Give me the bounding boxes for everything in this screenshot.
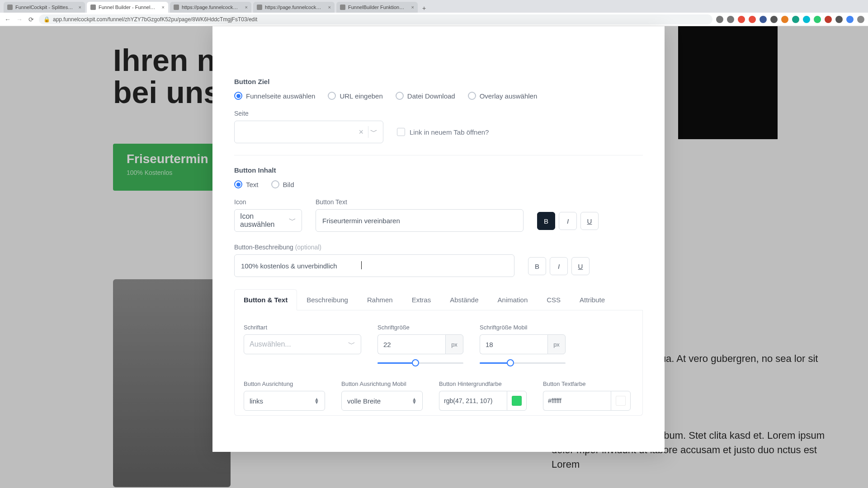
browser-address-bar: ← → ⟳ 🔒 app.funnelcockpit.com/funnel/zhY… (0, 13, 868, 26)
label-seite: Seite (234, 110, 383, 117)
extension-icon[interactable] (814, 16, 821, 23)
close-icon[interactable]: × (411, 5, 414, 10)
button-desc-input[interactable] (234, 254, 514, 277)
browser-tab[interactable]: https://page.funnelcockpit.co × (170, 2, 251, 13)
font-size-mobile-input[interactable] (480, 334, 547, 354)
bg-color-input[interactable] (439, 391, 507, 411)
extension-icon[interactable] (749, 16, 756, 23)
radio-bild[interactable]: Bild (271, 180, 294, 188)
browser-tabstrip: FunnelCockpit - Splittests, Ma × Funnel … (0, 0, 868, 13)
bg-color-swatch[interactable] (507, 391, 527, 411)
extension-icon[interactable] (738, 16, 745, 23)
tab-title: FunnelBuilder Funktionen & El (348, 5, 407, 10)
tab-css[interactable]: CSS (537, 289, 570, 310)
label-button-text: Button Text (316, 198, 524, 206)
menu-icon[interactable] (857, 16, 864, 23)
browser-tab[interactable]: FunnelCockpit - Splittests, Ma × (4, 2, 85, 13)
radio-group-inhalt: Text Bild (234, 180, 643, 188)
tab-button-text[interactable]: Button & Text (234, 289, 297, 310)
reload-icon[interactable]: ⟳ (27, 15, 35, 23)
radio-icon (468, 92, 476, 100)
text-color-swatch[interactable] (611, 391, 631, 411)
page-select[interactable]: × ﹀ (234, 121, 383, 143)
underline-button[interactable]: U (571, 257, 590, 275)
radio-funnelseite[interactable]: Funnelseite auswählen (234, 92, 315, 100)
extension-icon[interactable] (803, 16, 810, 23)
close-icon[interactable]: × (79, 5, 81, 10)
button-text-input[interactable] (316, 209, 524, 232)
tab-animation[interactable]: Animation (488, 289, 538, 310)
extension-icon[interactable] (792, 16, 799, 23)
chevron-down-icon: ﹀ (348, 340, 355, 349)
bold-button[interactable]: B (528, 257, 546, 275)
text-color-input[interactable] (543, 391, 611, 411)
label-schriftart: Schriftart (244, 324, 361, 331)
extension-icon[interactable] (846, 16, 854, 23)
label-text-color: Button Textfarbe (543, 380, 631, 387)
color-chip (512, 396, 522, 406)
url-input[interactable]: 🔒 app.funnelcockpit.com/funnel/zhYZY7bGz… (39, 14, 712, 24)
font-size-slider[interactable] (377, 359, 463, 367)
checkbox-icon (397, 128, 405, 136)
extension-icon[interactable] (825, 16, 832, 23)
browser-tab[interactable]: https://page.funnelcockpit.co × (253, 2, 335, 13)
radio-text[interactable]: Text (234, 180, 259, 188)
extension-icon[interactable] (716, 16, 723, 23)
label-bg-color: Button Hintergrundfarbe (439, 380, 527, 387)
label-icon: Icon (234, 198, 302, 206)
extension-icon[interactable] (781, 16, 788, 23)
divider (368, 126, 368, 138)
tab-abstaende[interactable]: Abstände (440, 289, 488, 310)
tab-title: https://page.funnelcockpit.co (182, 5, 241, 10)
radio-overlay[interactable]: Overlay auswählen (468, 92, 538, 100)
checkbox-new-tab[interactable]: Link in neuem Tab öffnen? (397, 121, 489, 143)
extension-icon[interactable] (727, 16, 734, 23)
alignment-select[interactable]: links ▲▼ (244, 391, 325, 411)
tab-title: Funnel Builder - FunnelCockpit (99, 5, 157, 10)
tab-extras[interactable]: Extras (402, 289, 441, 310)
tab-favicon (7, 5, 13, 10)
tab-favicon (340, 5, 345, 10)
close-icon[interactable]: × (162, 5, 165, 10)
section-label-ziel: Button Ziel (234, 78, 643, 85)
radio-datei[interactable]: Datei Download (396, 92, 455, 100)
label-schriftgroesse-mobil: Schriftgröße Mobil (480, 324, 566, 331)
select-icon: ▲▼ (412, 398, 417, 404)
text-cursor (361, 261, 362, 269)
italic-button[interactable]: I (559, 212, 577, 230)
color-chip (616, 396, 626, 406)
alignment-mobile-select[interactable]: volle Breite ▲▼ (341, 391, 423, 411)
url-text: app.funnelcockpit.com/funnel/zhYZY7bGzgo… (53, 16, 257, 23)
underline-button[interactable]: U (580, 212, 599, 230)
close-icon[interactable]: × (328, 5, 331, 10)
icon-select[interactable]: Icon auswählen ﹀ (234, 209, 302, 232)
label-schriftgroesse: Schriftgröße (377, 324, 463, 331)
extension-icon[interactable] (835, 16, 843, 23)
clear-icon[interactable]: × (359, 127, 363, 137)
new-tab-button[interactable]: + (420, 4, 429, 13)
font-size-mobile-slider[interactable] (480, 359, 566, 367)
tab-favicon (257, 5, 262, 10)
settings-tabs: Button & Text Beschreibung Rahmen Extras… (234, 289, 643, 310)
close-icon[interactable]: × (245, 5, 248, 10)
tab-title: FunnelCockpit - Splittests, Ma (15, 5, 74, 10)
chevron-down-icon[interactable]: ﹀ (370, 127, 377, 137)
back-icon[interactable]: ← (4, 15, 12, 23)
extension-icon[interactable] (760, 16, 767, 23)
extension-icons (716, 16, 864, 23)
tab-rahmen[interactable]: Rahmen (358, 289, 402, 310)
bold-button[interactable]: B (537, 212, 555, 230)
browser-tab-active[interactable]: Funnel Builder - FunnelCockpit × (87, 2, 168, 13)
label-ausrichtung: Button Ausrichtung (244, 380, 325, 387)
tab-panel: Schriftart Auswählen... ﹀ Schriftgröße p… (234, 310, 643, 416)
font-size-input[interactable] (377, 334, 445, 354)
tab-beschreibung[interactable]: Beschreibung (297, 289, 358, 310)
font-select[interactable]: Auswählen... ﹀ (244, 334, 361, 354)
tab-attribute[interactable]: Attribute (570, 289, 614, 310)
radio-icon (271, 180, 279, 188)
forward-icon[interactable]: → (15, 15, 24, 23)
italic-button[interactable]: I (550, 257, 568, 275)
radio-url[interactable]: URL eingeben (328, 92, 382, 100)
browser-tab[interactable]: FunnelBuilder Funktionen & El × (336, 2, 418, 13)
extension-icon[interactable] (770, 16, 778, 23)
